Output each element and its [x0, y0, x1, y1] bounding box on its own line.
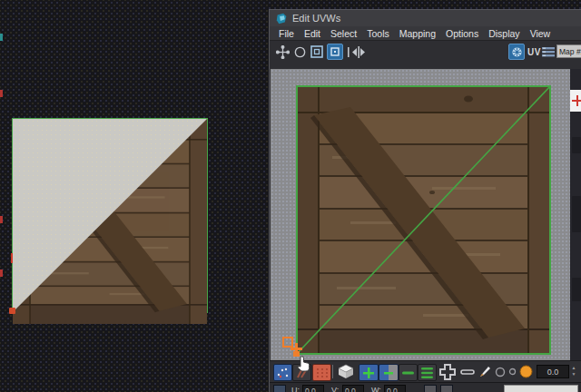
edit-uvws-window: Edit UVWs File Edit Select Tools Mapping…	[269, 9, 581, 392]
move-tool-button[interactable]	[274, 44, 290, 60]
menu-view[interactable]: View	[530, 28, 551, 39]
clipped-swatch	[570, 90, 581, 112]
uv-seam-diagonal	[296, 85, 551, 355]
edge-mode-button[interactable]	[292, 364, 311, 381]
gizmo-corner-handle[interactable]	[282, 337, 293, 348]
menu-select[interactable]: Select	[330, 28, 357, 39]
soft-selection-spinner[interactable]: ▲▼	[570, 365, 577, 378]
viewport-pivot-marker	[9, 308, 15, 314]
transform-row-clipped: U: 0.0 V: 0.0 W: 0.0	[270, 382, 581, 392]
texture-list-icon[interactable]	[540, 44, 556, 60]
expand-button[interactable]	[438, 364, 457, 379]
menu-mapping[interactable]: Mapping	[399, 28, 436, 39]
lock-icon[interactable]	[424, 385, 437, 392]
titlebar[interactable]: Edit UVWs	[270, 10, 581, 26]
3dsmax-logo-icon	[276, 13, 288, 24]
v-value-field[interactable]: 0.0	[342, 385, 364, 392]
snap-icon[interactable]	[440, 385, 453, 392]
w-label: W:	[371, 386, 381, 392]
grid-type-dropdown[interactable]	[504, 385, 578, 392]
viewport-axis-tick	[11, 253, 13, 263]
w-value-field[interactable]: 0.0	[384, 385, 406, 392]
bottom-toolbar: 0.0 ▲▼	[270, 360, 581, 383]
uv-texture-tile[interactable]	[296, 85, 551, 355]
uv-canvas[interactable]	[271, 69, 570, 360]
clipped-slot-2	[572, 196, 581, 232]
menu-file[interactable]: File	[279, 28, 294, 39]
window-title: Edit UVWs	[292, 13, 340, 24]
freeform-mode-button[interactable]	[327, 44, 343, 60]
clipped-red-cross-icon-v	[576, 95, 578, 106]
polygon-mode-button[interactable]	[312, 364, 331, 381]
menubar: File Edit Select Tools Mapping Options D…	[270, 26, 581, 41]
v-label: V:	[331, 386, 339, 392]
shrink-selection-button[interactable]	[379, 364, 399, 381]
rotate-tool-button[interactable]	[291, 44, 308, 60]
show-map-button[interactable]	[508, 44, 525, 60]
paint-select-brush-icon[interactable]	[478, 364, 492, 379]
uv-channel-label[interactable]: UV	[527, 47, 541, 57]
menu-options[interactable]: Options	[446, 28, 478, 39]
select-loop-button[interactable]	[399, 364, 418, 381]
brush-small-icon[interactable]	[507, 364, 517, 379]
falloff-button[interactable]	[518, 364, 533, 379]
select-ring-button[interactable]	[418, 364, 437, 381]
desktop: { "uvw_window": { "title": "Edit UVWs", …	[0, 0, 581, 392]
screen-edge-fragment-red1	[0, 90, 3, 97]
menu-display[interactable]: Display	[488, 28, 519, 39]
u-label: U:	[291, 386, 300, 392]
screen-edge-fragment-teal	[0, 34, 3, 41]
menu-tools[interactable]: Tools	[367, 28, 389, 39]
soft-selection-value-field[interactable]: 0.0	[537, 365, 569, 378]
element-mode-button[interactable]	[336, 364, 356, 379]
clipped-slot-1	[572, 137, 581, 153]
right-panel-clipped	[570, 69, 581, 360]
u-value-field[interactable]: 0.0	[302, 385, 324, 392]
gizmo-vertex-handle[interactable]	[293, 351, 300, 357]
scale-tool-button[interactable]	[309, 44, 325, 60]
screen-edge-fragment-red2	[0, 216, 3, 223]
grow-selection-button[interactable]	[359, 364, 379, 381]
map-selector-dropdown[interactable]: Map #2 (	[556, 44, 581, 58]
contract-button[interactable]	[459, 364, 476, 379]
brush-large-icon[interactable]	[494, 364, 506, 379]
absolute-mode-icon[interactable]	[273, 385, 286, 392]
viewport-plane[interactable]	[12, 118, 208, 313]
clipped-slot-3	[572, 278, 581, 301]
toolbar-separator	[332, 365, 333, 378]
mirror-tool-button[interactable]	[346, 44, 368, 60]
vertex-mode-button[interactable]	[273, 364, 292, 381]
menu-edit[interactable]: Edit	[304, 28, 320, 39]
screen-edge-fragment-red3	[0, 270, 3, 277]
